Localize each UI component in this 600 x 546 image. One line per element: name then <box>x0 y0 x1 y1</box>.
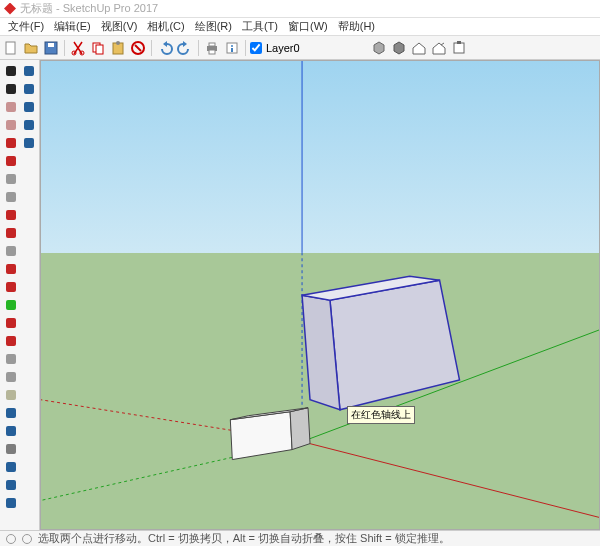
menu-camera[interactable]: 相机(C) <box>143 19 188 34</box>
svg-rect-15 <box>231 48 233 52</box>
arc2-icon[interactable] <box>2 224 19 241</box>
svg-rect-44 <box>24 84 34 94</box>
rectangle-icon[interactable] <box>2 170 19 187</box>
app-icon <box>4 3 16 15</box>
svg-rect-33 <box>6 336 16 346</box>
svg-rect-21 <box>6 120 16 130</box>
small-cube[interactable] <box>230 408 310 460</box>
component-icon[interactable] <box>370 39 388 57</box>
svg-marker-58 <box>290 408 310 450</box>
axes-icon[interactable] <box>2 422 19 439</box>
large-cube[interactable] <box>302 276 459 410</box>
line-icon[interactable] <box>2 134 19 151</box>
copy-icon[interactable] <box>89 39 107 57</box>
svg-rect-40 <box>6 462 16 472</box>
menu-draw[interactable]: 绘图(R) <box>191 19 236 34</box>
share-icon[interactable] <box>430 39 448 57</box>
svg-point-14 <box>231 45 233 47</box>
help-icon[interactable] <box>6 534 16 544</box>
tips-icon[interactable] <box>22 534 32 544</box>
protractor-icon[interactable] <box>2 368 19 385</box>
menu-window[interactable]: 窗口(W) <box>284 19 332 34</box>
move-icon[interactable] <box>2 278 19 295</box>
warehouse-icon[interactable] <box>390 39 408 57</box>
menu-tools[interactable]: 工具(T) <box>238 19 282 34</box>
menu-edit[interactable]: 编辑(E) <box>50 19 95 34</box>
svg-rect-11 <box>209 43 215 46</box>
text-icon[interactable] <box>2 404 19 421</box>
svg-rect-28 <box>6 246 16 256</box>
delete-icon[interactable] <box>129 39 147 57</box>
menu-view[interactable]: 视图(V) <box>97 19 142 34</box>
svg-rect-26 <box>6 210 16 220</box>
svg-rect-32 <box>6 318 16 328</box>
tape-icon[interactable] <box>2 350 19 367</box>
svg-point-8 <box>116 41 120 45</box>
viewport[interactable]: 在红色轴线上 <box>40 60 600 530</box>
pushpull-icon[interactable] <box>2 242 19 259</box>
print-icon[interactable] <box>203 39 221 57</box>
window-title: 无标题 - SketchUp Pro 2017 <box>20 1 158 16</box>
svg-rect-22 <box>6 138 16 148</box>
3dtext-icon[interactable] <box>20 134 37 151</box>
svg-rect-39 <box>6 444 16 454</box>
svg-rect-20 <box>6 102 16 112</box>
svg-rect-0 <box>6 42 15 54</box>
separator <box>64 40 65 56</box>
svg-rect-35 <box>6 372 16 382</box>
redo-icon[interactable] <box>176 39 194 57</box>
paste-icon[interactable] <box>109 39 127 57</box>
rotate-icon[interactable] <box>2 296 19 313</box>
lookaround-icon[interactable] <box>20 98 37 115</box>
followme-icon[interactable] <box>2 314 19 331</box>
status-hint: 选取两个点进行移动。Ctrl = 切换拷贝，Alt = 切换自动折叠，按住 Sh… <box>38 531 450 546</box>
svg-rect-34 <box>6 354 16 364</box>
menu-file[interactable]: 文件(F) <box>4 19 48 34</box>
svg-rect-41 <box>6 480 16 490</box>
new-icon[interactable] <box>2 39 20 57</box>
orbit-icon[interactable] <box>2 458 19 475</box>
layer-visibility-checkbox[interactable] <box>250 42 262 54</box>
open-icon[interactable] <box>22 39 40 57</box>
separator <box>198 40 199 56</box>
title-bar: 无标题 - SketchUp Pro 2017 <box>0 0 600 18</box>
inference-tooltip: 在红色轴线上 <box>347 406 415 424</box>
section-icon[interactable] <box>2 440 19 457</box>
cut-icon[interactable] <box>69 39 87 57</box>
eraser-icon[interactable] <box>2 98 19 115</box>
svg-rect-24 <box>6 174 16 184</box>
svg-rect-25 <box>6 192 16 202</box>
svg-rect-29 <box>6 264 16 274</box>
svg-rect-31 <box>6 300 16 310</box>
separator <box>151 40 152 56</box>
main-toolbar: Layer0 <box>0 36 600 60</box>
svg-rect-46 <box>24 120 34 130</box>
svg-marker-54 <box>330 280 460 410</box>
zoom-icon[interactable] <box>2 494 19 511</box>
dimension-icon[interactable] <box>2 386 19 403</box>
save-icon[interactable] <box>42 39 60 57</box>
undo-icon[interactable] <box>156 39 174 57</box>
svg-rect-16 <box>454 43 464 53</box>
select-icon[interactable] <box>2 62 19 79</box>
freehand-icon[interactable] <box>2 152 19 169</box>
menu-bar: 文件(F) 编辑(E) 视图(V) 相机(C) 绘图(R) 工具(T) 窗口(W… <box>0 18 600 36</box>
zoomwin-icon[interactable] <box>20 62 37 79</box>
scale-icon[interactable] <box>2 332 19 349</box>
walk-icon[interactable] <box>20 116 37 133</box>
status-bar: 选取两个点进行移动。Ctrl = 切换拷贝，Alt = 切换自动折叠，按住 Sh… <box>0 530 600 546</box>
lasso-icon[interactable] <box>2 80 19 97</box>
position-icon[interactable] <box>20 80 37 97</box>
menu-help[interactable]: 帮助(H) <box>334 19 379 34</box>
svg-rect-37 <box>6 408 16 418</box>
svg-rect-47 <box>24 138 34 148</box>
offset-icon[interactable] <box>2 260 19 277</box>
pan-icon[interactable] <box>2 476 19 493</box>
house-icon[interactable] <box>410 39 428 57</box>
circle-icon[interactable] <box>2 188 19 205</box>
layer-label[interactable]: Layer0 <box>264 42 306 54</box>
arc-icon[interactable] <box>2 206 19 223</box>
extension-icon[interactable] <box>450 39 468 57</box>
paint-icon[interactable] <box>2 116 19 133</box>
model-info-icon[interactable] <box>223 39 241 57</box>
